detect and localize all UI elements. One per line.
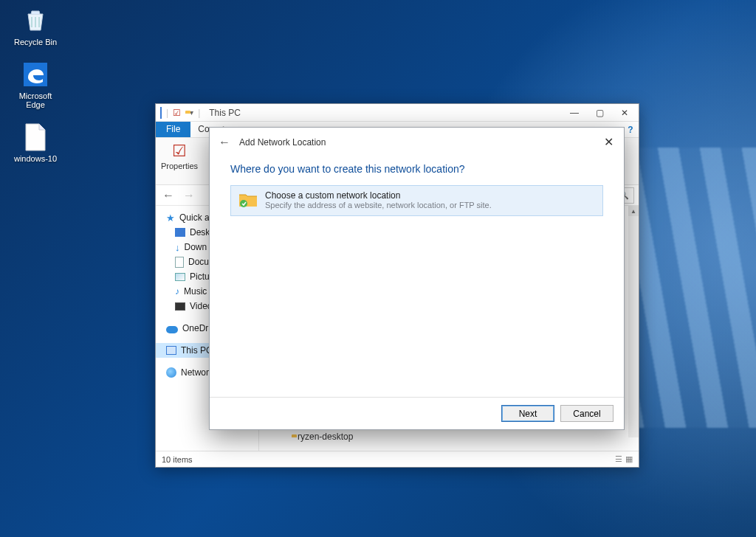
details-view-icon[interactable]: ☰ <box>615 454 622 464</box>
dialog-title: Add Network Location <box>239 137 326 148</box>
dialog-buttons: Next Cancel <box>210 397 624 429</box>
option-custom-location[interactable]: Choose a custom network location Specify… <box>230 185 603 216</box>
music-icon: ♪ <box>175 286 179 297</box>
nav-forward-button[interactable]: → <box>181 187 197 204</box>
desktop-icon-edge[interactable]: Microsoft Edge <box>9 60 62 109</box>
dialog-heading: Where do you want to create this network… <box>230 163 603 175</box>
add-network-location-dialog: ✕ ← Add Network Location Where do you wa… <box>209 127 625 430</box>
divider: | <box>166 108 168 118</box>
videos-icon <box>175 302 185 311</box>
desktop-icons: Recycle Bin Microsoft Edge windows-10 <box>9 6 62 163</box>
nav-label: Quick a <box>179 212 210 223</box>
file-icon <box>21 122 50 152</box>
quick-access-icon: ★ <box>166 213 175 223</box>
recycle-bin-icon <box>21 6 50 35</box>
option-text: Choose a custom network location Specify… <box>265 190 492 209</box>
view-switcher: ☰ ▦ <box>615 454 633 464</box>
status-text: 10 items <box>162 455 193 464</box>
divider: | <box>198 108 200 118</box>
pc-icon <box>160 108 162 118</box>
help-icon[interactable]: ? <box>622 122 639 137</box>
desktop-icon-label: Microsoft Edge <box>9 91 62 109</box>
option-subtitle: Specify the address of a website, networ… <box>265 201 492 209</box>
explorer-title: This PC <box>209 108 241 118</box>
nav-label: Down <box>185 242 207 252</box>
pictures-icon <box>175 273 185 281</box>
large-icons-view-icon[interactable]: ▦ <box>625 454 633 464</box>
next-button[interactable]: Next <box>501 405 554 422</box>
ribbon-properties[interactable]: ☑ Properties <box>160 141 199 170</box>
desktop-icon-label: Recycle Bin <box>14 38 57 46</box>
scrollbar[interactable]: ▲ <box>628 206 639 437</box>
documents-icon <box>175 257 184 268</box>
desktop-icon-file[interactable]: windows-10 <box>9 122 62 163</box>
minimize-button[interactable]: — <box>562 104 587 121</box>
cancel-button[interactable]: Cancel <box>560 405 614 422</box>
properties-qat-icon[interactable]: ☑ <box>173 108 181 118</box>
nav-label: Networ <box>181 367 209 378</box>
option-title: Choose a custom network location <box>265 190 492 201</box>
downloads-icon: ↓ <box>175 242 180 253</box>
dialog-back-button[interactable]: ← <box>219 136 230 149</box>
onedrive-icon <box>166 326 178 333</box>
dialog-body: Where do you want to create this network… <box>210 157 624 397</box>
properties-icon: ☑ <box>169 141 190 162</box>
nav-label: This PC <box>181 345 213 356</box>
list-item-label: ryzen-desktop <box>298 432 353 442</box>
desktop-icon-recycle-bin[interactable]: Recycle Bin <box>9 6 62 46</box>
desktop-icon-label: windows-10 <box>14 154 57 163</box>
ribbon-tab-file[interactable]: File <box>156 122 190 137</box>
maximize-button[interactable]: ▢ <box>587 104 612 121</box>
scroll-up-icon[interactable]: ▲ <box>628 206 639 216</box>
desktop-icon <box>175 228 185 237</box>
dialog-header: ← Add Network Location <box>210 128 624 157</box>
nav-back-button[interactable]: ← <box>160 187 176 204</box>
explorer-titlebar[interactable]: | ☑ ▾ | This PC — ▢ ✕ <box>156 104 639 122</box>
this-pc-icon <box>166 346 176 355</box>
close-button[interactable]: ✕ <box>612 104 637 121</box>
network-icon <box>166 367 176 378</box>
titlebar-qat: | ☑ ▾ | This PC <box>157 108 241 118</box>
ribbon-label: Properties <box>161 162 198 170</box>
edge-icon <box>21 60 50 89</box>
window-controls: — ▢ ✕ <box>562 104 637 121</box>
dialog-close-button[interactable]: ✕ <box>600 134 616 150</box>
list-item[interactable]: ryzen-desktop <box>274 429 624 445</box>
network-folder-icon <box>238 190 258 211</box>
explorer-statusbar: 10 items ☰ ▦ <box>156 451 639 467</box>
wallpaper-beam <box>623 148 756 428</box>
nav-label: Music <box>184 286 207 297</box>
svg-point-1 <box>240 200 247 207</box>
